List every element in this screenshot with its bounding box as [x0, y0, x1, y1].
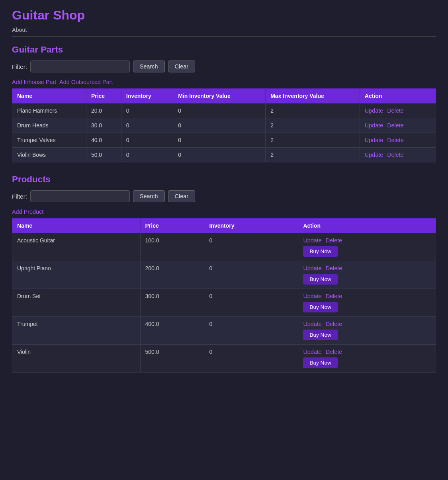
update-link[interactable]: Update: [365, 107, 383, 114]
part-inventory: 0: [121, 118, 173, 133]
part-inventory: 0: [121, 148, 173, 162]
buy-now-button[interactable]: Buy Now: [303, 302, 337, 312]
part-name: Piano Hammers: [12, 103, 86, 118]
products-col-price: Price: [140, 219, 204, 233]
update-link[interactable]: Update: [365, 122, 383, 129]
product-action: Update Delete Buy Now: [298, 261, 436, 289]
table-row: Violin 500.0 0 Update Delete Buy Now: [12, 345, 436, 373]
guitar-parts-filter-input[interactable]: [30, 60, 130, 72]
products-filter-input[interactable]: [30, 190, 130, 202]
part-price: 20.0: [86, 103, 121, 118]
part-action: Update Delete: [360, 148, 436, 162]
delete-link[interactable]: Delete: [387, 122, 404, 129]
guitar-parts-search-button[interactable]: Search: [133, 60, 165, 72]
buy-now-button[interactable]: Buy Now: [303, 330, 337, 340]
product-name: Violin: [12, 345, 141, 373]
product-action: Update Delete Buy Now: [298, 233, 436, 261]
delete-link[interactable]: Delete: [387, 137, 404, 143]
part-price: 30.0: [86, 118, 121, 133]
buy-now-button[interactable]: Buy Now: [303, 246, 337, 257]
guitar-parts-title: Guitar Parts: [12, 45, 436, 55]
update-link[interactable]: Update: [365, 137, 383, 143]
guitar-parts-col-inventory: Inventory: [121, 89, 173, 103]
part-name: Violin Bows: [12, 148, 86, 162]
part-price: 50.0: [86, 148, 121, 162]
table-row: Acoustic Guitar 100.0 0 Update Delete Bu…: [12, 233, 436, 261]
guitar-parts-header-row: Name Price Inventory Min Inventory Value…: [12, 89, 436, 103]
products-section: Products Filter: Search Clear Add Produc…: [12, 174, 436, 373]
products-col-action: Action: [298, 219, 436, 233]
products-title: Products: [12, 174, 436, 185]
update-link[interactable]: Update: [303, 321, 321, 327]
guitar-parts-col-action: Action: [360, 89, 436, 103]
add-outsourced-link[interactable]: Add Outsourced Part: [59, 79, 113, 85]
product-price: 500.0: [140, 345, 204, 373]
products-filter-label: Filter:: [12, 193, 27, 200]
delete-link[interactable]: Delete: [326, 349, 342, 355]
product-name: Acoustic Guitar: [12, 233, 141, 261]
part-min-inventory: 0: [173, 148, 266, 162]
product-price: 400.0: [140, 317, 204, 345]
part-inventory: 0: [121, 133, 173, 148]
buy-now-button[interactable]: Buy Now: [303, 274, 337, 285]
part-price: 40.0: [86, 133, 121, 148]
update-link[interactable]: Update: [303, 237, 321, 244]
product-price: 200.0: [140, 261, 204, 289]
delete-link[interactable]: Delete: [326, 265, 342, 271]
delete-link[interactable]: Delete: [326, 321, 342, 327]
table-row: Drum Heads 30.0 0 0 2 Update Delete: [12, 118, 436, 133]
app-title: Guitar Shop: [12, 8, 436, 23]
guitar-parts-section: Guitar Parts Filter: Search Clear Add In…: [12, 45, 436, 162]
guitar-parts-col-min-inventory: Min Inventory Value: [173, 89, 266, 103]
products-clear-button[interactable]: Clear: [168, 190, 195, 202]
part-max-inventory: 2: [266, 148, 360, 162]
products-search-button[interactable]: Search: [133, 190, 165, 202]
update-link[interactable]: Update: [303, 265, 321, 271]
products-col-name: Name: [12, 219, 141, 233]
product-price: 100.0: [140, 233, 204, 261]
part-min-inventory: 0: [173, 103, 266, 118]
guitar-parts-filter-row: Filter: Search Clear: [12, 60, 436, 72]
part-max-inventory: 2: [266, 118, 360, 133]
product-inventory: 0: [204, 261, 298, 289]
products-filter-row: Filter: Search Clear: [12, 190, 436, 202]
products-header-row: Name Price Inventory Action: [12, 219, 436, 233]
add-product-link[interactable]: Add Product: [12, 209, 43, 215]
part-inventory: 0: [121, 103, 173, 118]
part-max-inventory: 2: [266, 103, 360, 118]
product-action: Update Delete Buy Now: [298, 345, 436, 373]
guitar-parts-filter-label: Filter:: [12, 63, 27, 70]
part-action: Update Delete: [360, 118, 436, 133]
guitar-parts-add-links: Add Inhouse Part Add Outsourced Part: [12, 79, 436, 85]
table-row: Trumpet 400.0 0 Update Delete Buy Now: [12, 317, 436, 345]
add-inhouse-link[interactable]: Add Inhouse Part: [12, 79, 56, 85]
delete-link[interactable]: Delete: [387, 107, 404, 114]
part-min-inventory: 0: [173, 118, 266, 133]
table-row: Violin Bows 50.0 0 0 2 Update Delete: [12, 148, 436, 162]
delete-link[interactable]: Delete: [326, 293, 342, 299]
guitar-parts-col-price: Price: [86, 89, 121, 103]
guitar-parts-clear-button[interactable]: Clear: [168, 60, 195, 72]
product-name: Upright Piano: [12, 261, 141, 289]
table-row: Piano Hammers 20.0 0 0 2 Update Delete: [12, 103, 436, 118]
update-link[interactable]: Update: [303, 293, 321, 299]
guitar-parts-col-max-inventory: Max Inventory Value: [266, 89, 360, 103]
delete-link[interactable]: Delete: [387, 152, 404, 158]
update-link[interactable]: Update: [303, 349, 321, 355]
part-min-inventory: 0: [173, 133, 266, 148]
guitar-parts-col-name: Name: [12, 89, 86, 103]
delete-link[interactable]: Delete: [326, 237, 342, 244]
product-action: Update Delete Buy Now: [298, 289, 436, 317]
buy-now-button[interactable]: Buy Now: [303, 357, 337, 368]
guitar-parts-table: Name Price Inventory Min Inventory Value…: [12, 88, 436, 162]
update-link[interactable]: Update: [365, 152, 383, 158]
product-inventory: 0: [204, 317, 298, 345]
part-name: Drum Heads: [12, 118, 86, 133]
part-max-inventory: 2: [266, 133, 360, 148]
nav-about-link[interactable]: About: [12, 27, 27, 33]
product-action: Update Delete Buy Now: [298, 317, 436, 345]
part-action: Update Delete: [360, 133, 436, 148]
table-row: Drum Set 300.0 0 Update Delete Buy Now: [12, 289, 436, 317]
product-name: Drum Set: [12, 289, 141, 317]
part-name: Trumpet Valves: [12, 133, 86, 148]
